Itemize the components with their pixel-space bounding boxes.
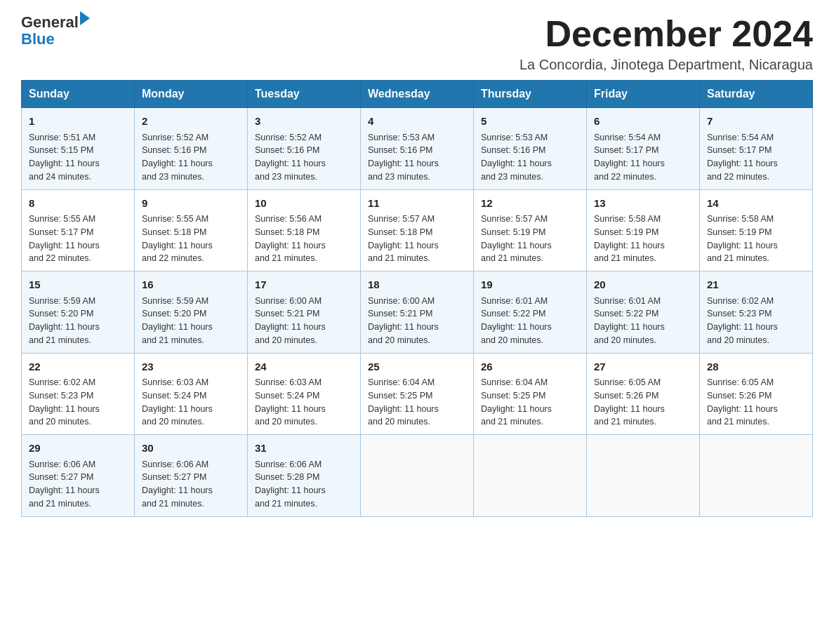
day-info: Sunrise: 5:59 AMSunset: 5:20 PMDaylight:…: [142, 295, 240, 347]
calendar-cell: 20Sunrise: 6:01 AMSunset: 5:22 PMDayligh…: [587, 271, 700, 354]
column-header-wednesday: Wednesday: [361, 81, 474, 108]
column-header-saturday: Saturday: [700, 81, 813, 108]
calendar-cell: 22Sunrise: 6:02 AMSunset: 5:23 PMDayligh…: [22, 353, 135, 435]
calendar-cell: 25Sunrise: 6:04 AMSunset: 5:25 PMDayligh…: [361, 353, 474, 435]
day-info: Sunrise: 6:03 AMSunset: 5:24 PMDaylight:…: [255, 376, 353, 429]
calendar-cell: 11Sunrise: 5:57 AMSunset: 5:18 PMDayligh…: [361, 189, 474, 271]
day-info: Sunrise: 5:57 AMSunset: 5:18 PMDaylight:…: [368, 213, 466, 265]
day-info: Sunrise: 5:51 AMSunset: 5:15 PMDaylight:…: [29, 131, 127, 184]
calendar-cell: 10Sunrise: 5:56 AMSunset: 5:18 PMDayligh…: [248, 189, 361, 271]
calendar-cell: 31Sunrise: 6:06 AMSunset: 5:28 PMDayligh…: [248, 435, 361, 517]
calendar-cell: 29Sunrise: 6:06 AMSunset: 5:27 PMDayligh…: [22, 435, 135, 517]
day-info: Sunrise: 5:53 AMSunset: 5:16 PMDaylight:…: [368, 131, 466, 184]
title-block: December 2024 La Concordia, Jinotega Dep…: [519, 14, 813, 73]
day-number: 24: [255, 359, 353, 375]
column-header-monday: Monday: [135, 81, 248, 108]
day-number: 27: [594, 359, 692, 375]
calendar-week-row: 29Sunrise: 6:06 AMSunset: 5:27 PMDayligh…: [22, 435, 813, 517]
logo: General Blue: [21, 14, 90, 48]
day-info: Sunrise: 6:04 AMSunset: 5:25 PMDaylight:…: [481, 376, 579, 429]
calendar-cell: [361, 435, 474, 517]
day-number: 12: [481, 196, 579, 212]
calendar-cell: 4Sunrise: 5:53 AMSunset: 5:16 PMDaylight…: [361, 108, 474, 190]
day-number: 10: [255, 196, 353, 212]
day-info: Sunrise: 5:53 AMSunset: 5:16 PMDaylight:…: [481, 131, 579, 184]
day-number: 9: [142, 196, 240, 212]
day-info: Sunrise: 6:04 AMSunset: 5:25 PMDaylight:…: [368, 376, 466, 429]
day-number: 21: [707, 277, 805, 293]
day-number: 18: [368, 277, 466, 293]
day-info: Sunrise: 5:52 AMSunset: 5:16 PMDaylight:…: [142, 131, 240, 184]
day-info: Sunrise: 6:02 AMSunset: 5:23 PMDaylight:…: [29, 376, 127, 429]
calendar-cell: 26Sunrise: 6:04 AMSunset: 5:25 PMDayligh…: [474, 353, 587, 435]
calendar-week-row: 8Sunrise: 5:55 AMSunset: 5:17 PMDaylight…: [22, 189, 813, 271]
calendar-cell: 21Sunrise: 6:02 AMSunset: 5:23 PMDayligh…: [700, 271, 813, 354]
day-info: Sunrise: 6:02 AMSunset: 5:23 PMDaylight:…: [707, 295, 805, 347]
day-info: Sunrise: 6:00 AMSunset: 5:21 PMDaylight:…: [368, 295, 466, 347]
calendar-cell: 17Sunrise: 6:00 AMSunset: 5:21 PMDayligh…: [248, 271, 361, 354]
calendar-cell: 8Sunrise: 5:55 AMSunset: 5:17 PMDaylight…: [22, 189, 135, 271]
calendar-cell: 16Sunrise: 5:59 AMSunset: 5:20 PMDayligh…: [135, 271, 248, 354]
day-number: 23: [142, 359, 240, 375]
day-info: Sunrise: 5:59 AMSunset: 5:20 PMDaylight:…: [29, 295, 127, 347]
day-number: 20: [594, 277, 692, 293]
day-info: Sunrise: 6:01 AMSunset: 5:22 PMDaylight:…: [594, 295, 692, 347]
day-number: 30: [142, 441, 240, 457]
day-info: Sunrise: 6:05 AMSunset: 5:26 PMDaylight:…: [707, 376, 805, 429]
day-number: 14: [707, 196, 805, 212]
day-number: 4: [368, 114, 466, 130]
day-info: Sunrise: 6:06 AMSunset: 5:28 PMDaylight:…: [255, 458, 353, 511]
day-number: 1: [29, 114, 127, 130]
day-info: Sunrise: 6:06 AMSunset: 5:27 PMDaylight:…: [142, 458, 240, 511]
day-info: Sunrise: 5:58 AMSunset: 5:19 PMDaylight:…: [707, 213, 805, 265]
day-info: Sunrise: 5:56 AMSunset: 5:18 PMDaylight:…: [255, 213, 353, 265]
calendar-table: SundayMondayTuesdayWednesdayThursdayFrid…: [21, 80, 813, 517]
column-header-sunday: Sunday: [22, 81, 135, 108]
day-info: Sunrise: 6:01 AMSunset: 5:22 PMDaylight:…: [481, 295, 579, 347]
column-header-tuesday: Tuesday: [248, 81, 361, 108]
day-info: Sunrise: 5:52 AMSunset: 5:16 PMDaylight:…: [255, 131, 353, 184]
day-info: Sunrise: 5:58 AMSunset: 5:19 PMDaylight:…: [594, 213, 692, 265]
calendar-cell: 1Sunrise: 5:51 AMSunset: 5:15 PMDaylight…: [22, 108, 135, 190]
day-number: 29: [29, 441, 127, 457]
calendar-cell: 27Sunrise: 6:05 AMSunset: 5:26 PMDayligh…: [587, 353, 700, 435]
calendar-cell: 3Sunrise: 5:52 AMSunset: 5:16 PMDaylight…: [248, 108, 361, 190]
day-info: Sunrise: 5:55 AMSunset: 5:18 PMDaylight:…: [142, 213, 240, 265]
logo-text-general: General: [21, 14, 79, 31]
page-header: General Blue December 2024 La Concordia,…: [21, 14, 813, 73]
calendar-cell: 6Sunrise: 5:54 AMSunset: 5:17 PMDaylight…: [587, 108, 700, 190]
calendar-cell: 23Sunrise: 6:03 AMSunset: 5:24 PMDayligh…: [135, 353, 248, 435]
day-number: 19: [481, 277, 579, 293]
calendar-week-row: 22Sunrise: 6:02 AMSunset: 5:23 PMDayligh…: [22, 353, 813, 435]
calendar-cell: 24Sunrise: 6:03 AMSunset: 5:24 PMDayligh…: [248, 353, 361, 435]
calendar-cell: 19Sunrise: 6:01 AMSunset: 5:22 PMDayligh…: [474, 271, 587, 354]
calendar-cell: 9Sunrise: 5:55 AMSunset: 5:18 PMDaylight…: [135, 189, 248, 271]
day-number: 8: [29, 196, 127, 212]
logo-arrow-icon: [80, 11, 90, 25]
calendar-cell: [587, 435, 700, 517]
calendar-cell: 5Sunrise: 5:53 AMSunset: 5:16 PMDaylight…: [474, 108, 587, 190]
logo-text-blue: Blue: [21, 31, 90, 48]
day-number: 11: [368, 196, 466, 212]
calendar-cell: 30Sunrise: 6:06 AMSunset: 5:27 PMDayligh…: [135, 435, 248, 517]
month-title: December 2024: [519, 14, 813, 54]
day-number: 17: [255, 277, 353, 293]
day-info: Sunrise: 5:55 AMSunset: 5:17 PMDaylight:…: [29, 213, 127, 265]
calendar-cell: 2Sunrise: 5:52 AMSunset: 5:16 PMDaylight…: [135, 108, 248, 190]
day-number: 2: [142, 114, 240, 130]
day-number: 16: [142, 277, 240, 293]
day-number: 28: [707, 359, 805, 375]
day-info: Sunrise: 5:54 AMSunset: 5:17 PMDaylight:…: [707, 131, 805, 184]
calendar-cell: 18Sunrise: 6:00 AMSunset: 5:21 PMDayligh…: [361, 271, 474, 354]
day-number: 22: [29, 359, 127, 375]
day-number: 15: [29, 277, 127, 293]
day-number: 26: [481, 359, 579, 375]
calendar-header-row: SundayMondayTuesdayWednesdayThursdayFrid…: [22, 81, 813, 108]
calendar-cell: 15Sunrise: 5:59 AMSunset: 5:20 PMDayligh…: [22, 271, 135, 354]
day-info: Sunrise: 6:06 AMSunset: 5:27 PMDaylight:…: [29, 458, 127, 511]
calendar-week-row: 15Sunrise: 5:59 AMSunset: 5:20 PMDayligh…: [22, 271, 813, 354]
day-number: 31: [255, 441, 353, 457]
calendar-cell: 28Sunrise: 6:05 AMSunset: 5:26 PMDayligh…: [700, 353, 813, 435]
day-info: Sunrise: 6:05 AMSunset: 5:26 PMDaylight:…: [594, 376, 692, 429]
day-info: Sunrise: 5:54 AMSunset: 5:17 PMDaylight:…: [594, 131, 692, 184]
